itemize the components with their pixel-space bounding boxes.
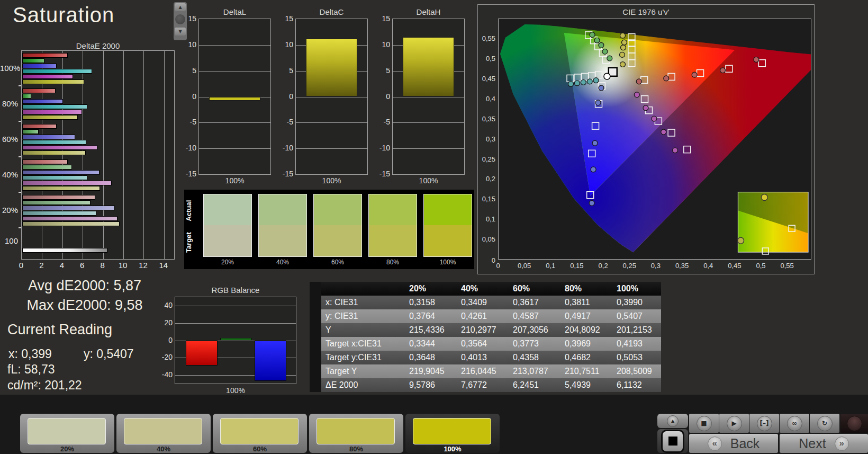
table-gutter-cell [310, 351, 321, 364]
actual-color [314, 194, 361, 225]
x-tick-label: 0,3 [644, 262, 667, 270]
table-cell: 0,3969 [557, 337, 609, 351]
record-icon [847, 416, 862, 431]
y-tick-label: 20 [152, 318, 173, 327]
table-cell: 0,4682 [557, 351, 609, 364]
color-comparison-panel: Actual Target 20%40%60%80%100% [184, 190, 474, 269]
table-cell: 0,3344 [402, 337, 454, 351]
pattern-swatch [124, 418, 202, 444]
scroll-up-button[interactable]: ▲ [175, 3, 186, 11]
bar-blue [22, 170, 100, 175]
actual-color [204, 194, 251, 225]
current-cdm2-value: cd/m²: 201,22 [7, 378, 82, 393]
measured-marker-green [599, 42, 604, 48]
rgb-balance-chart [175, 297, 296, 384]
table-cell: 0,3990 [609, 296, 661, 309]
back-button[interactable]: « Back [689, 434, 778, 453]
axis-tick [19, 192, 21, 193]
y-tick-label: 0,55 [475, 34, 495, 42]
table-gutter-cell [310, 337, 321, 351]
table-row-label: Target y:CIE31 [321, 351, 402, 364]
gridline [199, 122, 270, 123]
comparison-swatch [368, 194, 417, 257]
table-row: y: CIE310,37640,42610,45870,49170,5407 [310, 309, 661, 323]
bar-green [22, 129, 39, 134]
record-button-disabled [840, 414, 868, 433]
y-tick-label: 0,2 [475, 175, 495, 183]
infinity-icon: ∞ [787, 416, 802, 431]
y-tick-label: 15 [177, 14, 196, 23]
table-row: Y215,4336210,2977207,3056204,8092201,215… [310, 323, 661, 337]
next-button[interactable]: Next » [780, 434, 868, 453]
current-y-value: y: 0,5407 [84, 347, 134, 361]
bar-blue [22, 99, 63, 104]
x-tick-label: 0,25 [618, 262, 641, 270]
comparison-label: 40% [258, 259, 307, 266]
inset-measured-marker [761, 194, 767, 201]
bar-blue [255, 341, 286, 381]
y-tick-label: 10 [177, 40, 196, 49]
bar-green [22, 58, 44, 63]
y-tick-label: 0 [371, 92, 390, 101]
gridline [175, 306, 296, 306]
table-row-label: Target Y [321, 364, 402, 378]
inset-measured-marker [738, 237, 744, 244]
table-cell: 0,3409 [454, 296, 505, 309]
refresh-button[interactable]: ↻ [810, 414, 839, 433]
value-bar [403, 37, 454, 96]
gridline [123, 51, 124, 259]
cie-chart [498, 19, 811, 260]
table-cell: 210,7511 [557, 364, 609, 378]
table-cell: 201,2153 [609, 323, 661, 337]
table-cell: 0,3773 [505, 337, 557, 351]
current-fl-value: fL: 58,73 [7, 362, 55, 377]
pattern-card-60%[interactable]: 60% [213, 414, 307, 453]
y-tick-label: 0 [274, 92, 293, 101]
stop-button[interactable]: ■ [689, 414, 719, 433]
deltac-chart [295, 19, 368, 175]
bar-yellow [22, 79, 84, 84]
target-color [424, 225, 472, 256]
gridline [199, 45, 270, 46]
deltah-chart [392, 19, 465, 175]
expand-panel-button[interactable]: ▲ [657, 414, 688, 428]
play-button[interactable]: ▶ [719, 414, 749, 433]
pattern-card-100%[interactable]: 100% [405, 414, 500, 453]
table-cell: 80% [557, 282, 609, 296]
chevrons-right-icon: » [835, 437, 849, 451]
y-tick-label: -15 [371, 170, 390, 178]
comparison-swatch [313, 194, 362, 257]
table-row-label: Y [321, 323, 402, 337]
gridline [296, 148, 367, 149]
x-tick-label: 0,1 [539, 262, 562, 270]
table-cell: 210,2977 [454, 323, 505, 337]
target-color [259, 225, 306, 256]
stop-pattern-button[interactable] [657, 429, 688, 453]
table-cell: 60% [505, 282, 557, 296]
cie-chromaticity-diagram [499, 19, 811, 259]
table-cell: 208,5009 [609, 364, 661, 378]
measured-marker-yellow [621, 45, 626, 50]
pattern-card-20%[interactable]: 20% [20, 414, 114, 453]
scroll-down-button[interactable]: ▼ [175, 28, 186, 35]
y-tick-label: -10 [371, 144, 390, 152]
table-row-label: Target x:CIE31 [321, 337, 402, 351]
bar-green [220, 338, 252, 341]
actual-row-label: Actual [185, 195, 193, 227]
table-cell: 0,3811 [557, 296, 609, 309]
bar-green [22, 200, 91, 205]
infinity-button[interactable]: ∞ [780, 414, 809, 433]
bar-blue [22, 135, 75, 139]
bar-red [22, 88, 56, 93]
pattern-card-40%[interactable]: 40% [116, 414, 211, 453]
pattern-window-button[interactable]: [–] [749, 414, 779, 433]
measured-marker-red [664, 76, 669, 81]
pattern-card-label: 40% [116, 445, 211, 453]
pattern-card-80%[interactable]: 80% [309, 414, 403, 453]
table-row: Target y:CIE310,36480,40130,43580,46820,… [310, 351, 661, 364]
bar-red [22, 53, 68, 58]
y-tick-label: 0,5 [475, 55, 495, 63]
table-row-label: x: CIE31 [321, 296, 402, 309]
y-tick-label: -10 [274, 144, 293, 152]
y-tick-label: 0,1 [475, 215, 495, 223]
